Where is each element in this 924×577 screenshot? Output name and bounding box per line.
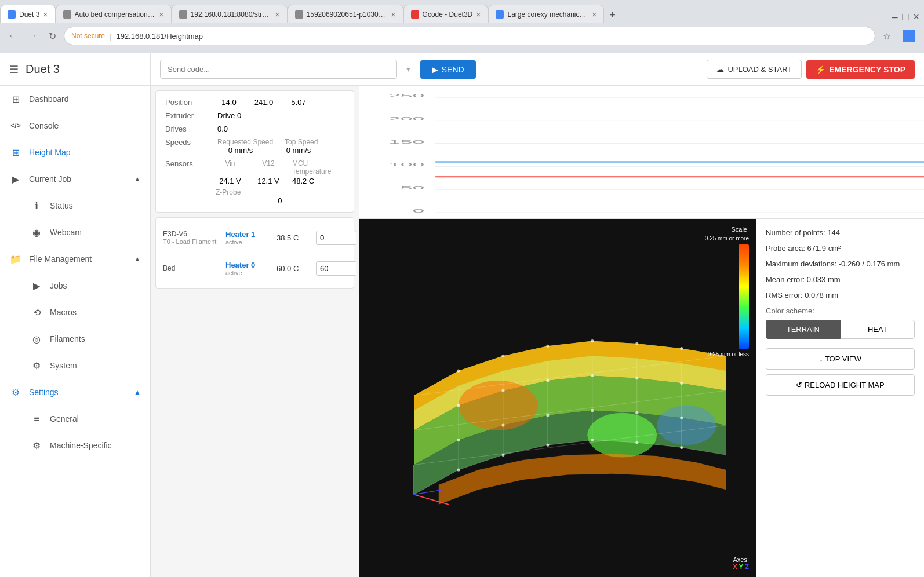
extruder-row: Extruder Drive 0: [165, 111, 344, 120]
tab-favicon-3: [295, 10, 303, 19]
hamburger-menu[interactable]: ☰: [9, 63, 19, 76]
tab-close-5[interactable]: ×: [592, 10, 596, 19]
reload-page-button[interactable]: ↻: [44, 28, 60, 44]
tab-5[interactable]: Large corexy mechanical kit... ×: [488, 5, 604, 23]
tab-close[interactable]: ×: [43, 10, 48, 19]
sidebar-item-jobs[interactable]: ▶ Jobs: [0, 272, 150, 299]
topbar: ▾ ▶ SEND ☁ UPLOAD & START ⚡ EMERGENCY ST…: [151, 53, 924, 86]
heater-device-name-0: Bed: [163, 264, 221, 272]
upload-button[interactable]: ☁ UPLOAD & START: [707, 60, 802, 79]
tab-favicon-5: [496, 10, 504, 19]
heater-info-1: Heater 1 active: [225, 230, 272, 246]
zprobe-value: 0: [216, 196, 344, 205]
reload-heightmap-button[interactable]: ↺ RELOAD HEIGHT MAP: [766, 374, 915, 396]
back-button[interactable]: ←: [5, 28, 21, 44]
position-values: 14.0 241.0 5.07: [217, 98, 310, 107]
sensors-row: Sensors Vin V12 MCU Temperature 24.1 V 1…: [165, 159, 344, 205]
upload-icon: ☁: [716, 65, 724, 74]
svg-point-46: [501, 389, 504, 392]
svg-point-48: [591, 374, 594, 377]
emergency-stop-button[interactable]: ⚡ EMERGENCY STOP: [806, 60, 915, 79]
scale-max-label: 0.25 mm or more: [705, 235, 749, 242]
heater-settemp-1[interactable]: [316, 231, 356, 245]
svg-point-54: [591, 339, 594, 342]
tab-close-4[interactable]: ×: [476, 10, 481, 19]
sidebar-section-settings[interactable]: ⚙ Settings ▲: [0, 379, 150, 406]
sidebar-item-label-heightmap: Height Map: [29, 148, 71, 157]
sidebar-item-label-dashboard: Dashboard: [29, 94, 69, 104]
sidebar-item-label-status: Status: [50, 201, 73, 210]
sidebar-item-macros[interactable]: ⟲ Macros: [0, 299, 150, 326]
sidebar-item-console[interactable]: </> Console: [0, 112, 150, 139]
sensors-data-row: 24.1 V 12.1 V 48.2 C: [216, 177, 344, 185]
svg-point-19: [459, 381, 538, 430]
sidebar-item-webcam[interactable]: ◉ Webcam: [0, 219, 150, 246]
tab-label-3: 1592069020651-p1030111.j...: [307, 10, 388, 19]
dropdown-arrow-icon[interactable]: ▾: [402, 63, 416, 76]
main: ▾ ▶ SEND ☁ UPLOAD & START ⚡ EMERGENCY ST…: [151, 53, 924, 577]
sidebar-item-label-filaments: Filaments: [50, 334, 85, 344]
sidebar-item-dashboard[interactable]: ⊞ Dashboard: [0, 86, 150, 112]
send-icon: ▶: [432, 65, 438, 74]
sidebar-item-system[interactable]: ⚙ System: [0, 352, 150, 379]
tab-1[interactable]: Auto bed compensation wor... ×: [56, 5, 172, 23]
browser-chrome: Duet 3 × Auto bed compensation wor... × …: [0, 0, 924, 53]
requested-speed-label: Requested Speed: [217, 138, 273, 146]
sidebar-item-status[interactable]: ℹ Status: [0, 192, 150, 219]
svg-point-21: [587, 413, 657, 458]
mcu-temp-value: 48.2 C: [292, 177, 314, 185]
sidebar-item-general[interactable]: ≡ General: [0, 406, 150, 432]
tab-active[interactable]: Duet 3 ×: [0, 5, 56, 23]
svg-point-60: [591, 439, 594, 441]
sidebar-item-heightmap[interactable]: ⊞ Height Map: [0, 139, 150, 166]
sidebar-section-currentjob[interactable]: ▶ Current Job ▲: [0, 166, 150, 192]
tab-label-4: Gcode - Duet3D: [423, 10, 473, 19]
top-view-button[interactable]: ↓ TOP VIEW: [766, 348, 915, 370]
send-button[interactable]: ▶ SEND: [420, 60, 476, 79]
heat-button[interactable]: HEAT: [841, 320, 915, 339]
minimize-button[interactable]: –: [892, 11, 898, 23]
temp-chart-svg: 250 200 150 100 50 0: [359, 86, 924, 218]
forward-button[interactable]: →: [24, 28, 41, 44]
lightning-icon: ⚡: [816, 65, 825, 74]
sidebar-section-filemanagement[interactable]: 📁 File Management ▲: [0, 246, 150, 272]
heater-name-1: Heater 1: [225, 230, 272, 239]
close-window-button[interactable]: ×: [913, 11, 919, 23]
address-bar: ← → ↻ Not secure | 192.168.0.181/Heightm…: [0, 23, 924, 49]
url-bar[interactable]: Not secure | 192.168.0.181/Heightmap: [64, 27, 875, 45]
sidebar-item-filaments[interactable]: ◎ Filaments: [0, 326, 150, 352]
currentjob-arrow: ▲: [134, 175, 141, 183]
heater-device-1: E3D-V6 T0 - Load Filament: [163, 230, 221, 245]
tab-close-3[interactable]: ×: [391, 10, 395, 19]
console-icon: </>: [9, 119, 22, 132]
tab-4[interactable]: Gcode - Duet3D ×: [403, 5, 489, 23]
drives-value: 0.0: [217, 125, 228, 133]
heater-row-1: E3D-V6 T0 - Load Filament Heater 1 activ…: [161, 222, 349, 253]
scale-legend: Scale: 0.25 mm or more -0.25 mm or less: [705, 226, 749, 358]
upload-label: UPLOAD & START: [727, 65, 792, 74]
requested-speed-value: 0 mm/s: [217, 146, 264, 155]
speeds-values: Requested Speed Top Speed 0 mm/s 0 mm/s: [217, 138, 331, 155]
heater-panel: E3D-V6 T0 - Load Filament Heater 1 activ…: [155, 217, 354, 288]
profile-button[interactable]: [903, 30, 915, 42]
heater-settemp-0[interactable]: [316, 261, 356, 276]
tab-close-1[interactable]: ×: [159, 10, 163, 19]
svg-text:150: 150: [388, 138, 424, 144]
sidebar-item-label-jobs: Jobs: [50, 281, 67, 290]
tab-close-2[interactable]: ×: [275, 10, 279, 19]
code-input[interactable]: [160, 60, 397, 79]
tab-2[interactable]: 192.168.0.181:8080/stream ×: [172, 5, 288, 23]
svg-text:0: 0: [413, 207, 425, 214]
axis-z-label: Z: [745, 563, 749, 570]
maximize-button[interactable]: □: [903, 11, 909, 23]
new-tab-button[interactable]: +: [604, 7, 620, 23]
stat-rms-error: RMS error: 0.078 mm: [766, 291, 915, 300]
sidebar-item-machine[interactable]: ⚙ Machine-Specific: [0, 432, 150, 459]
jobs-icon: ▶: [30, 279, 43, 292]
svg-point-45: [457, 404, 460, 407]
tab-3[interactable]: 1592069020651-p1030111.j... ×: [288, 5, 403, 23]
position-row: Position 14.0 241.0 5.07: [165, 98, 344, 107]
terrain-button[interactable]: TERRAIN: [766, 320, 841, 339]
bookmark-button[interactable]: ☆: [879, 28, 895, 44]
app-title: Duet 3: [26, 63, 60, 76]
